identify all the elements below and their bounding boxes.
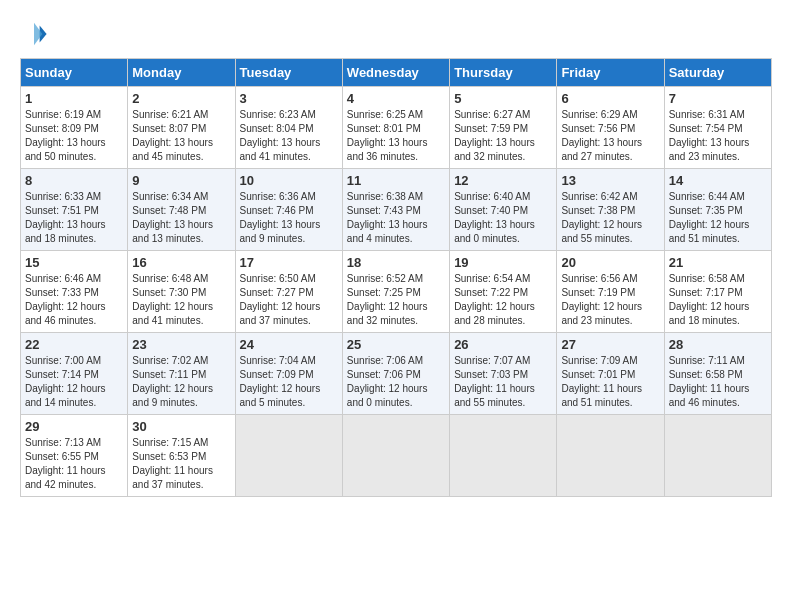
calendar-cell: 7 Sunrise: 6:31 AM Sunset: 7:54 PM Dayli… <box>664 87 771 169</box>
calendar-cell: 19 Sunrise: 6:54 AM Sunset: 7:22 PM Dayl… <box>450 251 557 333</box>
day-info: Sunrise: 6:54 AM Sunset: 7:22 PM Dayligh… <box>454 272 552 328</box>
calendar-cell: 24 Sunrise: 7:04 AM Sunset: 7:09 PM Dayl… <box>235 333 342 415</box>
day-number: 3 <box>240 91 338 106</box>
day-info: Sunrise: 7:13 AM Sunset: 6:55 PM Dayligh… <box>25 436 123 492</box>
calendar-cell <box>664 415 771 497</box>
day-info: Sunrise: 6:56 AM Sunset: 7:19 PM Dayligh… <box>561 272 659 328</box>
calendar-cell <box>557 415 664 497</box>
calendar-cell: 21 Sunrise: 6:58 AM Sunset: 7:17 PM Dayl… <box>664 251 771 333</box>
day-number: 18 <box>347 255 445 270</box>
calendar-cell: 25 Sunrise: 7:06 AM Sunset: 7:06 PM Dayl… <box>342 333 449 415</box>
calendar-table: SundayMondayTuesdayWednesdayThursdayFrid… <box>20 58 772 497</box>
day-info: Sunrise: 7:11 AM Sunset: 6:58 PM Dayligh… <box>669 354 767 410</box>
header-saturday: Saturday <box>664 59 771 87</box>
calendar-cell: 26 Sunrise: 7:07 AM Sunset: 7:03 PM Dayl… <box>450 333 557 415</box>
calendar-cell: 22 Sunrise: 7:00 AM Sunset: 7:14 PM Dayl… <box>21 333 128 415</box>
page-header <box>20 20 772 48</box>
calendar-cell: 9 Sunrise: 6:34 AM Sunset: 7:48 PM Dayli… <box>128 169 235 251</box>
calendar-cell: 30 Sunrise: 7:15 AM Sunset: 6:53 PM Dayl… <box>128 415 235 497</box>
calendar-cell: 12 Sunrise: 6:40 AM Sunset: 7:40 PM Dayl… <box>450 169 557 251</box>
calendar-cell <box>235 415 342 497</box>
day-info: Sunrise: 6:27 AM Sunset: 7:59 PM Dayligh… <box>454 108 552 164</box>
day-info: Sunrise: 6:46 AM Sunset: 7:33 PM Dayligh… <box>25 272 123 328</box>
day-number: 27 <box>561 337 659 352</box>
day-info: Sunrise: 6:42 AM Sunset: 7:38 PM Dayligh… <box>561 190 659 246</box>
day-number: 1 <box>25 91 123 106</box>
logo-icon <box>20 20 48 48</box>
calendar-cell: 6 Sunrise: 6:29 AM Sunset: 7:56 PM Dayli… <box>557 87 664 169</box>
calendar-cell: 20 Sunrise: 6:56 AM Sunset: 7:19 PM Dayl… <box>557 251 664 333</box>
header-monday: Monday <box>128 59 235 87</box>
day-info: Sunrise: 6:25 AM Sunset: 8:01 PM Dayligh… <box>347 108 445 164</box>
day-number: 17 <box>240 255 338 270</box>
day-info: Sunrise: 6:33 AM Sunset: 7:51 PM Dayligh… <box>25 190 123 246</box>
day-info: Sunrise: 6:58 AM Sunset: 7:17 PM Dayligh… <box>669 272 767 328</box>
calendar-row-5: 29 Sunrise: 7:13 AM Sunset: 6:55 PM Dayl… <box>21 415 772 497</box>
calendar-cell: 13 Sunrise: 6:42 AM Sunset: 7:38 PM Dayl… <box>557 169 664 251</box>
day-info: Sunrise: 6:29 AM Sunset: 7:56 PM Dayligh… <box>561 108 659 164</box>
calendar-cell: 10 Sunrise: 6:36 AM Sunset: 7:46 PM Dayl… <box>235 169 342 251</box>
day-number: 10 <box>240 173 338 188</box>
day-info: Sunrise: 7:09 AM Sunset: 7:01 PM Dayligh… <box>561 354 659 410</box>
day-info: Sunrise: 6:48 AM Sunset: 7:30 PM Dayligh… <box>132 272 230 328</box>
calendar-row-4: 22 Sunrise: 7:00 AM Sunset: 7:14 PM Dayl… <box>21 333 772 415</box>
day-number: 5 <box>454 91 552 106</box>
calendar-cell <box>450 415 557 497</box>
day-number: 20 <box>561 255 659 270</box>
day-info: Sunrise: 7:04 AM Sunset: 7:09 PM Dayligh… <box>240 354 338 410</box>
calendar-cell: 2 Sunrise: 6:21 AM Sunset: 8:07 PM Dayli… <box>128 87 235 169</box>
day-info: Sunrise: 7:15 AM Sunset: 6:53 PM Dayligh… <box>132 436 230 492</box>
day-info: Sunrise: 6:19 AM Sunset: 8:09 PM Dayligh… <box>25 108 123 164</box>
header-wednesday: Wednesday <box>342 59 449 87</box>
day-info: Sunrise: 7:00 AM Sunset: 7:14 PM Dayligh… <box>25 354 123 410</box>
day-number: 9 <box>132 173 230 188</box>
day-info: Sunrise: 6:38 AM Sunset: 7:43 PM Dayligh… <box>347 190 445 246</box>
calendar-body: 1 Sunrise: 6:19 AM Sunset: 8:09 PM Dayli… <box>21 87 772 497</box>
calendar-cell: 1 Sunrise: 6:19 AM Sunset: 8:09 PM Dayli… <box>21 87 128 169</box>
day-number: 26 <box>454 337 552 352</box>
day-number: 11 <box>347 173 445 188</box>
header-thursday: Thursday <box>450 59 557 87</box>
calendar-cell: 16 Sunrise: 6:48 AM Sunset: 7:30 PM Dayl… <box>128 251 235 333</box>
calendar-cell: 23 Sunrise: 7:02 AM Sunset: 7:11 PM Dayl… <box>128 333 235 415</box>
calendar-cell: 27 Sunrise: 7:09 AM Sunset: 7:01 PM Dayl… <box>557 333 664 415</box>
day-info: Sunrise: 6:44 AM Sunset: 7:35 PM Dayligh… <box>669 190 767 246</box>
calendar-cell <box>342 415 449 497</box>
day-number: 8 <box>25 173 123 188</box>
day-number: 13 <box>561 173 659 188</box>
day-info: Sunrise: 7:06 AM Sunset: 7:06 PM Dayligh… <box>347 354 445 410</box>
day-number: 7 <box>669 91 767 106</box>
header-friday: Friday <box>557 59 664 87</box>
calendar-cell: 11 Sunrise: 6:38 AM Sunset: 7:43 PM Dayl… <box>342 169 449 251</box>
day-info: Sunrise: 6:31 AM Sunset: 7:54 PM Dayligh… <box>669 108 767 164</box>
day-number: 15 <box>25 255 123 270</box>
calendar-cell: 8 Sunrise: 6:33 AM Sunset: 7:51 PM Dayli… <box>21 169 128 251</box>
calendar-cell: 5 Sunrise: 6:27 AM Sunset: 7:59 PM Dayli… <box>450 87 557 169</box>
day-info: Sunrise: 6:21 AM Sunset: 8:07 PM Dayligh… <box>132 108 230 164</box>
day-number: 24 <box>240 337 338 352</box>
header-row: SundayMondayTuesdayWednesdayThursdayFrid… <box>21 59 772 87</box>
calendar-row-2: 8 Sunrise: 6:33 AM Sunset: 7:51 PM Dayli… <box>21 169 772 251</box>
day-number: 14 <box>669 173 767 188</box>
day-info: Sunrise: 6:50 AM Sunset: 7:27 PM Dayligh… <box>240 272 338 328</box>
logo <box>20 20 52 48</box>
calendar-cell: 17 Sunrise: 6:50 AM Sunset: 7:27 PM Dayl… <box>235 251 342 333</box>
calendar-row-1: 1 Sunrise: 6:19 AM Sunset: 8:09 PM Dayli… <box>21 87 772 169</box>
day-number: 21 <box>669 255 767 270</box>
day-info: Sunrise: 6:52 AM Sunset: 7:25 PM Dayligh… <box>347 272 445 328</box>
day-info: Sunrise: 6:36 AM Sunset: 7:46 PM Dayligh… <box>240 190 338 246</box>
svg-marker-1 <box>34 23 42 45</box>
calendar-cell: 4 Sunrise: 6:25 AM Sunset: 8:01 PM Dayli… <box>342 87 449 169</box>
calendar-row-3: 15 Sunrise: 6:46 AM Sunset: 7:33 PM Dayl… <box>21 251 772 333</box>
day-info: Sunrise: 7:07 AM Sunset: 7:03 PM Dayligh… <box>454 354 552 410</box>
calendar-cell: 18 Sunrise: 6:52 AM Sunset: 7:25 PM Dayl… <box>342 251 449 333</box>
day-number: 25 <box>347 337 445 352</box>
day-number: 12 <box>454 173 552 188</box>
day-number: 23 <box>132 337 230 352</box>
day-info: Sunrise: 7:02 AM Sunset: 7:11 PM Dayligh… <box>132 354 230 410</box>
day-number: 16 <box>132 255 230 270</box>
calendar-cell: 14 Sunrise: 6:44 AM Sunset: 7:35 PM Dayl… <box>664 169 771 251</box>
day-number: 4 <box>347 91 445 106</box>
calendar-cell: 29 Sunrise: 7:13 AM Sunset: 6:55 PM Dayl… <box>21 415 128 497</box>
day-info: Sunrise: 6:34 AM Sunset: 7:48 PM Dayligh… <box>132 190 230 246</box>
